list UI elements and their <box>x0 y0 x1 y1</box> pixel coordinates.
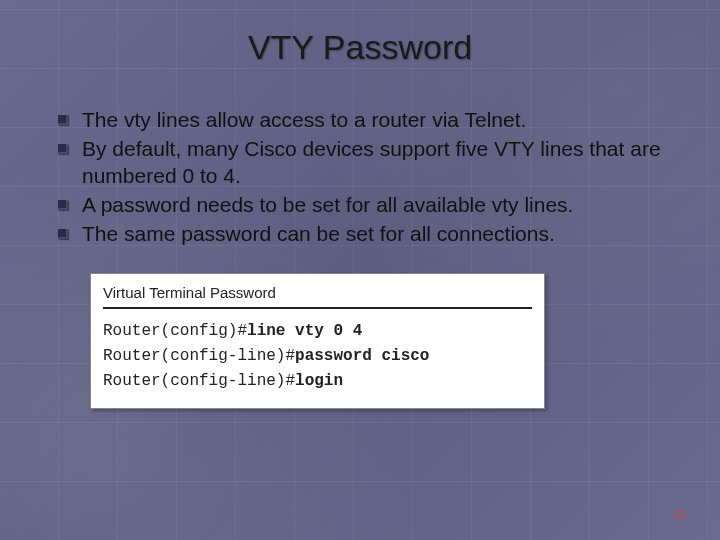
cli-prompt: Router(config)# <box>103 322 247 340</box>
bullet-item: A password needs to be set for all avail… <box>58 192 670 219</box>
cli-command: password cisco <box>295 347 429 365</box>
terminal-line: Router(config-line)#login <box>103 369 532 394</box>
terminal-divider <box>103 307 532 309</box>
bullet-list: The vty lines allow access to a router v… <box>58 107 670 247</box>
bullet-item: By default, many Cisco devices support f… <box>58 136 670 190</box>
page-number: 33 <box>673 508 686 522</box>
terminal-line: Router(config-line)#password cisco <box>103 344 532 369</box>
terminal-heading: Virtual Terminal Password <box>103 284 532 301</box>
bullet-item: The vty lines allow access to a router v… <box>58 107 670 134</box>
slide-title: VTY Password <box>50 28 670 67</box>
terminal-panel: Virtual Terminal Password Router(config)… <box>90 273 545 408</box>
cli-command: line vty 0 4 <box>247 322 362 340</box>
cli-prompt: Router(config-line)# <box>103 347 295 365</box>
terminal-line: Router(config)#line vty 0 4 <box>103 319 532 344</box>
slide-container: VTY Password The vty lines allow access … <box>0 0 720 540</box>
cli-command: login <box>295 372 343 390</box>
bullet-item: The same password can be set for all con… <box>58 221 670 248</box>
cli-prompt: Router(config-line)# <box>103 372 295 390</box>
